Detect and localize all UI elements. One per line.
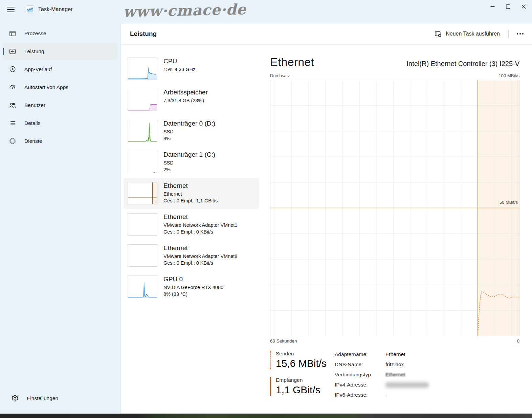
adapter-info-value: fritz.box: [385, 361, 404, 368]
perf-item-title: Ethernet: [163, 213, 237, 221]
page-header: Leistung Neuen Task ausführen: [121, 23, 532, 45]
adapter-info-row: IPv4-Adresse:: [335, 381, 519, 388]
perf-item-subline: VMware Network Adapter VMnet1: [163, 222, 237, 228]
more-options-icon: [517, 33, 518, 35]
send-stat: Senden 15,6 MBit/s: [270, 351, 335, 369]
redacted-value: [385, 382, 429, 388]
sidebar-item-label: Prozesse: [24, 30, 46, 37]
perf-item-subline: 15% 4,33 GHz: [163, 66, 195, 73]
perf-item-ethernet[interactable]: EthernetVMware Network Adapter VMnet1Ges…: [124, 209, 259, 240]
window-controls: [485, 0, 531, 13]
run-new-task-label: Neuen Task ausführen: [446, 31, 500, 37]
header-divider: [508, 29, 509, 39]
task-manager-app-icon: [26, 5, 34, 14]
sidebar-item-details[interactable]: Details: [2, 115, 117, 131]
close-button[interactable]: [516, 0, 531, 13]
adapter-model: Intel(R) Ethernet Controller (3) I225-V: [407, 60, 519, 68]
perf-item-datentr-ger-1-c-[interactable]: Datenträger 1 (C:)SSD2%: [124, 147, 259, 178]
adapter-info: Adaptername:EthernetDNS-Name:fritz.boxVe…: [335, 351, 519, 403]
detail-panel: Ethernet Intel(R) Ethernet Controller (3…: [270, 45, 519, 403]
performance-icon: [8, 47, 17, 56]
sidebar-item-label: App-Verlauf: [24, 66, 52, 72]
receive-stat: Empfangen 1,1 GBit/s: [270, 377, 335, 396]
close-icon: [521, 4, 526, 9]
users-icon: [8, 101, 17, 109]
perf-item-subline: Ethernet: [163, 191, 218, 197]
send-label: Senden: [276, 351, 335, 357]
perf-item-title: Ethernet: [163, 244, 237, 252]
perf-item-datentr-ger-0-d-[interactable]: Datenträger 0 (D:)SSD8%: [124, 115, 259, 147]
perf-item-subline: Ges.: 0 Empf.: 1,1 GBit/s: [163, 197, 218, 204]
receive-value: 1,1 GBit/s: [276, 384, 335, 396]
sidebar-item-label: Benutzer: [24, 102, 45, 108]
chart-x-left-label: 60 Sekunden: [270, 338, 297, 344]
more-options-button[interactable]: [513, 28, 527, 40]
perf-item-ethernet[interactable]: EthernetVMware Network Adapter VMnet8Ges…: [124, 240, 259, 271]
sidebar-item-users[interactable]: Benutzer: [2, 97, 117, 113]
sidebar-item-startup[interactable]: Autostart von Apps: [2, 79, 117, 95]
gauge-icon: [8, 83, 17, 91]
perf-item-subline: 7,3/31,8 GB (23%): [163, 97, 208, 104]
minimize-button[interactable]: [485, 0, 500, 13]
sidebar-item-processes[interactable]: Prozesse: [2, 25, 117, 42]
sidebar-item-label: Leistung: [24, 48, 44, 54]
sidebar: ProzesseLeistungApp-VerlaufAutostart von…: [0, 19, 120, 414]
mini-graph: [128, 213, 157, 236]
app-title: Task-Manager: [38, 6, 72, 13]
adapter-info-label: IPv6-Adresse:: [335, 392, 385, 398]
send-value: 15,6 MBit/s: [276, 358, 335, 369]
sidebar-item-label: Dienste: [24, 138, 42, 144]
desktop-edge-strip: [0, 414, 532, 418]
sidebar-item-services[interactable]: Dienste: [2, 133, 117, 149]
sidebar-item-app-history[interactable]: App-Verlauf: [2, 61, 117, 78]
perf-item-subline: 8%: [163, 135, 215, 142]
maximize-button[interactable]: [500, 0, 516, 13]
adapter-info-value: -: [385, 392, 387, 398]
perf-item-title: Datenträger 0 (D:): [163, 120, 215, 127]
perf-list: CPU15% 4,33 GHzArbeitsspeicher7,3/31,8 G…: [124, 53, 259, 302]
mini-graph: [128, 244, 157, 267]
processes-icon: [8, 29, 17, 38]
perf-item-ethernet[interactable]: EthernetEthernetGes.: 0 Empf.: 1,1 GBit/…: [124, 178, 259, 209]
perf-item-subline: Ges.: 0 Empf.: 0 KBit/s: [163, 228, 237, 235]
mini-graph: [128, 89, 157, 111]
adapter-info-label: DNS-Name:: [335, 361, 385, 368]
adapter-info-label: Adaptername:: [335, 351, 385, 357]
watermark: www·cmace·de: [123, 1, 246, 20]
hamburger-icon: [6, 6, 15, 13]
sidebar-item-label: Einstellungen: [27, 395, 58, 401]
perf-item-arbeitsspeicher[interactable]: Arbeitsspeicher7,3/31,8 GB (23%): [124, 84, 259, 115]
adapter-info-value: Ethernet: [385, 372, 405, 378]
sidebar-item-settings[interactable]: Einstellungen: [5, 390, 114, 406]
cog-icon: [8, 137, 17, 145]
mini-graph: [128, 276, 157, 298]
detail-title: Ethernet: [270, 56, 314, 69]
perf-item-subline: VMware Network Adapter VMnet8: [163, 253, 237, 260]
task-manager-window: { "window": { "app_title": "Task-Manager…: [0, 0, 532, 418]
adapter-info-row: Verbindungstyp:Ethernet: [335, 371, 519, 378]
adapter-info-row: DNS-Name:fritz.box: [335, 361, 519, 368]
run-new-task-button[interactable]: Neuen Task ausführen: [430, 27, 504, 41]
throughput-chart: 50 MBit/s: [270, 80, 519, 336]
chart-y-title: Durchsatz: [270, 73, 290, 78]
perf-item-subline: 8% (33 °C): [163, 291, 223, 298]
perf-item-title: Datenträger 1 (C:): [163, 151, 215, 158]
new-task-icon: [434, 30, 442, 38]
gear-icon: [11, 394, 19, 402]
adapter-info-value: Ethernet: [385, 351, 405, 357]
chart-y-mid-label: 50 MBit/s: [500, 200, 518, 205]
receive-label: Empfangen: [276, 377, 335, 383]
adapter-info-label: IPv4-Adresse:: [335, 382, 385, 388]
history-icon: [8, 65, 17, 73]
hamburger-menu-button[interactable]: [5, 4, 17, 15]
perf-item-cpu[interactable]: CPU15% 4,33 GHz: [124, 53, 259, 84]
mini-graph: [128, 120, 157, 142]
mini-graph: [128, 58, 157, 80]
perf-item-subline: SSD: [163, 128, 215, 135]
perf-item-subline: Ges.: 0 Empf.: 0 KBit/s: [163, 260, 237, 266]
sidebar-item-performance[interactable]: Leistung: [2, 43, 117, 60]
maximize-icon: [506, 4, 511, 9]
perf-item-gpu-0[interactable]: GPU 0NVIDIA GeForce RTX 40808% (33 °C): [124, 271, 259, 302]
perf-item-title: Arbeitsspeicher: [163, 89, 208, 96]
list-icon: [8, 119, 17, 127]
